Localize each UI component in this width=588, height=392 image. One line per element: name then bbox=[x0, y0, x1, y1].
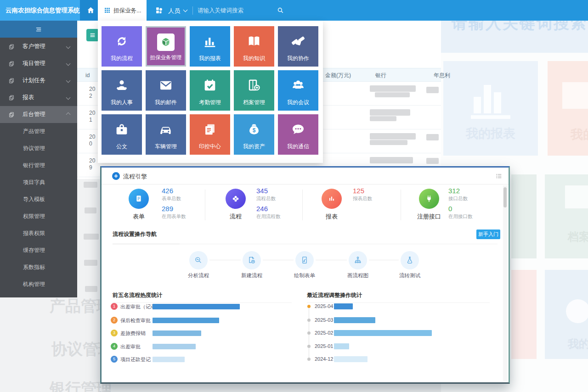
chart-row-label: 保后检查审批 bbox=[120, 317, 151, 324]
bar bbox=[153, 304, 240, 309]
column-header-rate: 年息利 bbox=[434, 68, 450, 82]
documents-icon bbox=[8, 61, 15, 67]
process-engine-icon bbox=[112, 172, 120, 180]
chart-row-label: 2025-04 bbox=[315, 303, 333, 309]
tile-attendance[interactable]: 考勤管理 bbox=[190, 70, 230, 111]
sidebar-subitem-organization[interactable]: 机构管理 bbox=[0, 276, 77, 293]
tile-archive-management[interactable]: 档案管理 bbox=[234, 70, 274, 111]
clover-icon bbox=[231, 194, 240, 203]
step-draw-form[interactable] bbox=[295, 251, 314, 269]
ghost-bar-chart-icon bbox=[474, 85, 501, 113]
sidebar-item-backend[interactable]: 后台管理 bbox=[0, 106, 77, 123]
sidebar-item-reports[interactable]: 报表 bbox=[0, 89, 77, 106]
tile-my-meetings[interactable]: 我的会议 bbox=[278, 70, 318, 111]
user-menu[interactable]: 人员 bbox=[168, 7, 180, 15]
car-icon bbox=[158, 122, 174, 137]
step-analyze-process[interactable] bbox=[189, 251, 208, 269]
chevron-down-icon bbox=[66, 78, 71, 83]
scrollbar-thumb[interactable] bbox=[503, 187, 507, 207]
step-new-process[interactable] bbox=[243, 251, 261, 269]
chevron-down-icon[interactable] bbox=[183, 8, 188, 12]
modal-titlebar: 流程引擎 bbox=[102, 168, 509, 185]
censored-bank-cell bbox=[370, 116, 396, 121]
flowchart-icon bbox=[353, 256, 362, 265]
stat-label-interface: 注册接口 bbox=[411, 213, 447, 221]
censored-bank-cell bbox=[370, 109, 410, 116]
list-menu-icon[interactable] bbox=[495, 173, 503, 180]
tile-official-documents[interactable]: 公文 bbox=[102, 114, 142, 155]
hamburger-icon bbox=[35, 26, 42, 33]
flow-sync-icon bbox=[114, 34, 130, 49]
sidebar-subitem-cache[interactable]: 缓存管理 bbox=[0, 242, 77, 259]
documents-icon bbox=[8, 112, 15, 118]
chevron-up-icon bbox=[66, 112, 71, 117]
chart-row-label: 2025-01 bbox=[315, 343, 333, 349]
divider bbox=[113, 302, 292, 303]
tile-my-collaboration[interactable]: 我的协作 bbox=[278, 26, 318, 67]
chevron-down-icon bbox=[66, 95, 71, 100]
split-grid-icon[interactable] bbox=[155, 6, 163, 14]
process-engine-modal: 流程引擎 表单 426 表单总数 289 在用表单数 流程 345 流程总数 2… bbox=[100, 166, 510, 384]
sidebar-subitem-report-permission[interactable]: 报表权限 bbox=[0, 225, 77, 242]
sidebar-subitem-product[interactable]: 产品管理 bbox=[0, 123, 77, 140]
step-label: 画流程图 bbox=[337, 272, 379, 279]
chart-left-title: 前五名流程热度统计 bbox=[113, 291, 162, 299]
search-input[interactable] bbox=[198, 0, 275, 21]
step-draw-flowchart[interactable] bbox=[349, 251, 367, 269]
grid-icon bbox=[104, 7, 110, 13]
form-icon bbox=[134, 194, 144, 204]
clover-icon bbox=[113, 174, 119, 179]
tile-seal-center[interactable]: 印控中心 bbox=[190, 114, 230, 155]
stat-value: 125 bbox=[353, 187, 364, 195]
stat-value: 289 bbox=[162, 205, 173, 213]
sidebar-item-tasks[interactable]: 计划任务 bbox=[0, 72, 77, 89]
person-icon bbox=[114, 78, 130, 93]
sidebar-subitem-import[interactable]: 导入模板 bbox=[0, 191, 77, 208]
tile-vehicle-management[interactable]: 车辆管理 bbox=[146, 114, 186, 155]
tile-guarantee-business[interactable]: 担保业务管理 bbox=[146, 26, 186, 67]
sidebar-subitem-coefficient[interactable]: 系数指标 bbox=[0, 259, 77, 276]
calendar-check-icon bbox=[202, 78, 218, 93]
tile-my-knowledge[interactable]: 我的知识 bbox=[234, 26, 274, 67]
flask-icon bbox=[405, 256, 414, 265]
ghost-tile-knowledge-partial: 我的 bbox=[548, 61, 588, 156]
stat-caption: 在用接口数 bbox=[448, 213, 473, 220]
ghost-tile-report-label: 我的报表 bbox=[443, 125, 538, 142]
bar bbox=[153, 330, 201, 336]
censored-rate-cell bbox=[426, 87, 439, 93]
tab-guarantee-business[interactable]: 担保业务... bbox=[98, 0, 147, 21]
tile-my-reports[interactable]: 我的报表 bbox=[190, 26, 230, 67]
divider bbox=[401, 190, 401, 220]
step-flow-test[interactable] bbox=[401, 251, 419, 269]
tile-my-mail[interactable]: 我的邮件 bbox=[146, 70, 186, 111]
ghost-tile-partial-3: 我的 bbox=[545, 270, 588, 359]
page-menu-icon[interactable] bbox=[86, 29, 99, 41]
sidebar-item-customer[interactable]: 客户管理 bbox=[0, 38, 77, 55]
search-icon[interactable] bbox=[277, 6, 284, 14]
censored-bank-cell bbox=[370, 157, 413, 163]
chart-row-label: 差旅费报销 bbox=[120, 330, 146, 337]
divider bbox=[302, 190, 303, 220]
divider bbox=[307, 302, 490, 303]
tile-my-process[interactable]: 我的流程 bbox=[102, 26, 142, 67]
sidebar-subitem-dictionary[interactable]: 项目字典 bbox=[0, 174, 77, 191]
tile-my-hr[interactable]: 我的人事 bbox=[102, 70, 142, 111]
sidebar-subitem-bank[interactable]: 银行管理 bbox=[0, 157, 77, 174]
handshake-icon bbox=[290, 34, 306, 49]
stat-caption: 表单总数 bbox=[162, 196, 181, 202]
tile-my-assets[interactable]: $ 我的资产 bbox=[234, 114, 274, 155]
sidebar-item-project[interactable]: 项目管理 bbox=[0, 55, 77, 72]
sidebar: 客户管理 项目管理 计划任务 报表 后台管理 产品管理 协议管理 银行管理 项目… bbox=[0, 21, 77, 297]
sidebar-subitem-permission[interactable]: 权限管理 bbox=[0, 208, 77, 225]
open-book-icon bbox=[246, 34, 262, 49]
chart-row-label: 项目还款登记 bbox=[120, 356, 151, 363]
modal-scrollbar bbox=[503, 185, 507, 381]
stat-label-report: 报表 bbox=[313, 213, 350, 221]
tile-my-communication[interactable]: 我的通信 bbox=[278, 114, 318, 155]
beginner-guide-button[interactable]: 新手入门 bbox=[476, 230, 500, 239]
analyze-search-icon bbox=[194, 256, 203, 265]
archive-icon bbox=[246, 78, 262, 93]
sidebar-collapse-button[interactable] bbox=[0, 21, 77, 38]
bar bbox=[334, 343, 349, 349]
sidebar-subitem-agreement[interactable]: 协议管理 bbox=[0, 140, 77, 157]
